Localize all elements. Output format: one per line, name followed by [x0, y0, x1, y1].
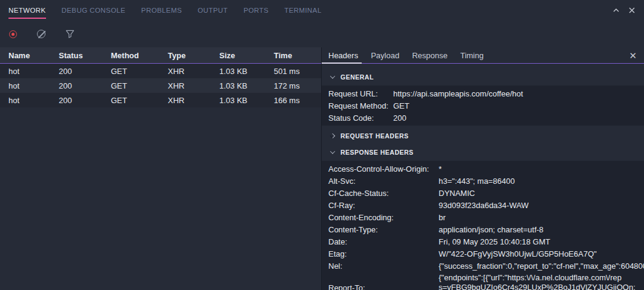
- details-tabs: HeadersPayloadResponseTiming: [328, 47, 496, 63]
- header-value: *: [439, 164, 644, 174]
- cell-size: 1.03 KB: [219, 81, 274, 90]
- close-icon[interactable]: [628, 7, 636, 14]
- record-icon-glyph: [9, 30, 17, 38]
- cell-size: 1.03 KB: [219, 67, 274, 76]
- panel-tab-network[interactable]: NETWORK: [8, 0, 46, 21]
- header-row: Cf-Cache-Status:DYNAMIC: [322, 187, 644, 199]
- record-icon[interactable]: [5, 26, 21, 42]
- chevron-right-icon: [330, 133, 335, 138]
- header-value: W/"422-OFgVyjSW3h0UjwL/G5P5HoE6A7Q": [439, 249, 644, 258]
- tab-response[interactable]: Response: [412, 47, 448, 63]
- header-row: Cf-Ray:93d093f23da6da34-WAW: [322, 199, 644, 211]
- table-row[interactable]: hot200GETXHR1.03 KB501 ms: [0, 64, 321, 78]
- header-row: Etag:W/"422-OFgVyjSW3h0UjwL/G5P5HoE6A7Q": [322, 248, 644, 260]
- header-key: Request URL:: [328, 89, 393, 98]
- header-key: Content-Type:: [328, 225, 439, 234]
- header-value: 93d093f23da6da34-WAW: [439, 201, 644, 210]
- header-row: Request Method:GET: [322, 99, 644, 112]
- cell-type: XHR: [168, 67, 219, 76]
- section-title: REQUEST HEADERS: [340, 132, 409, 140]
- cell-method: GET: [111, 81, 168, 90]
- panel-tab-ports[interactable]: PORTS: [244, 0, 268, 21]
- requests-table: NameStatusMethodTypeSizeTime hot200GETXH…: [0, 47, 321, 290]
- header-key: Content-Encoding:: [328, 213, 439, 222]
- cell-time: 166 ms: [274, 96, 321, 105]
- column-header-type: Type: [168, 51, 219, 60]
- panel-tab-terminal[interactable]: TERMINAL: [284, 0, 321, 21]
- request-details-panel: HeadersPayloadResponseTiming ✕ GENERALRe…: [321, 47, 644, 290]
- header-key: Etag:: [328, 249, 439, 258]
- column-header-time: Time: [274, 51, 321, 60]
- cell-status: 200: [59, 81, 111, 90]
- header-key: Report-To:: [328, 283, 439, 290]
- header-key: Cf-Ray:: [328, 201, 439, 210]
- header-row: Report-To:{"endpoints":[{"url":"https:\/…: [322, 272, 644, 290]
- header-value: {"success_fraction":0,"report_to":"cf-ne…: [439, 261, 644, 271]
- panel-window-controls: [612, 7, 636, 14]
- chevron-up-icon[interactable]: [612, 7, 620, 14]
- cell-method: GET: [111, 96, 168, 105]
- table-row[interactable]: hot200GETXHR1.03 KB166 ms: [0, 93, 321, 107]
- header-value: application/json; charset=utf-8: [439, 225, 644, 234]
- column-header-status: Status: [59, 51, 111, 60]
- details-sections: GENERALRequest URL:https://api.sampleapi…: [322, 64, 644, 290]
- cell-method: GET: [111, 67, 168, 76]
- cell-time: 501 ms: [274, 67, 321, 76]
- panel-tab-problems[interactable]: PROBLEMS: [141, 0, 182, 21]
- header-value: Fri, 09 May 2025 10:40:18 GMT: [439, 237, 644, 246]
- section-header-request-headers[interactable]: REQUEST HEADERS: [322, 130, 644, 142]
- section-header-response-headers[interactable]: RESPONSE HEADERS: [322, 146, 644, 158]
- header-row: Alt-Svc:h3=":443"; ma=86400: [322, 175, 644, 187]
- tab-timing[interactable]: Timing: [460, 47, 484, 63]
- column-header-method: Method: [111, 51, 168, 60]
- header-value: GET: [393, 101, 644, 110]
- network-toolbar: [0, 21, 644, 47]
- network-devtools-panel: NETWORKDEBUG CONSOLEPROBLEMSOUTPUTPORTST…: [0, 0, 644, 290]
- cell-time: 172 ms: [274, 81, 321, 90]
- header-value: https://api.sampleapis.com/coffee/hot: [393, 89, 644, 98]
- table-row[interactable]: hot200GETXHR1.03 KB172 ms: [0, 78, 321, 93]
- close-icon[interactable]: ✕: [622, 51, 644, 60]
- panel-tabs: NETWORKDEBUG CONSOLEPROBLEMSOUTPUTPORTST…: [8, 0, 322, 21]
- header-key: Status Code:: [328, 113, 393, 123]
- column-header-size: Size: [219, 51, 274, 60]
- requests-table-header: NameStatusMethodTypeSizeTime: [0, 47, 321, 64]
- header-key: Access-Control-Allow-Origin:: [328, 164, 439, 174]
- tab-payload[interactable]: Payload: [371, 47, 399, 63]
- tab-headers[interactable]: Headers: [328, 47, 358, 63]
- clear-icon[interactable]: [33, 26, 49, 42]
- chevron-down-icon: [330, 73, 335, 78]
- header-row: Request URL:https://api.sampleapis.com/c…: [322, 87, 644, 99]
- header-row: Content-Encoding:br: [322, 211, 644, 223]
- cell-name: hot: [8, 81, 59, 90]
- panel-tab-output[interactable]: OUTPUT: [198, 0, 228, 21]
- filter-icon[interactable]: [62, 26, 78, 42]
- cell-type: XHR: [168, 81, 219, 90]
- details-tab-bar: HeadersPayloadResponseTiming ✕: [322, 47, 644, 64]
- cell-size: 1.03 KB: [219, 96, 274, 105]
- header-row: Nel:{"success_fraction":0,"report_to":"c…: [322, 260, 644, 272]
- cell-name: hot: [8, 67, 59, 76]
- cell-status: 200: [59, 96, 111, 105]
- cell-name: hot: [8, 96, 59, 105]
- cell-type: XHR: [168, 96, 219, 105]
- header-row: Date:Fri, 09 May 2025 10:40:18 GMT: [322, 235, 644, 248]
- network-content: NameStatusMethodTypeSizeTime hot200GETXH…: [0, 47, 644, 290]
- chevron-down-icon: [330, 149, 335, 153]
- panel-tab-bar: NETWORKDEBUG CONSOLEPROBLEMSOUTPUTPORTST…: [0, 0, 644, 21]
- header-value: DYNAMIC: [439, 189, 644, 198]
- header-value: br: [439, 213, 644, 222]
- header-key: Alt-Svc:: [328, 177, 439, 186]
- panel-tab-debug-console[interactable]: DEBUG CONSOLE: [62, 0, 126, 21]
- header-value: h3=":443"; ma=86400: [439, 177, 644, 186]
- section-title: GENERAL: [340, 73, 374, 81]
- header-row: Content-Type:application/json; charset=u…: [322, 223, 644, 235]
- clear-icon-glyph: [37, 30, 45, 38]
- header-row: Status Code:200: [322, 112, 644, 124]
- header-value: {"endpoints":[{"url":"https:\/\/a.nel.cl…: [439, 272, 644, 290]
- section-header-general[interactable]: GENERAL: [322, 71, 644, 83]
- requests-table-body: hot200GETXHR1.03 KB501 mshot200GETXHR1.0…: [0, 64, 321, 107]
- header-key: Nel:: [328, 261, 439, 271]
- section-body-general: Request URL:https://api.sampleapis.com/c…: [322, 86, 644, 126]
- header-value: 200: [393, 113, 644, 123]
